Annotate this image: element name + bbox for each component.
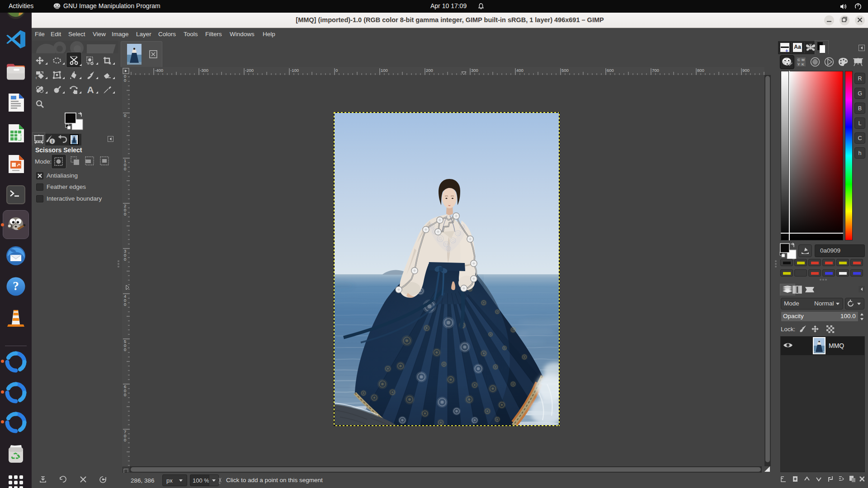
svg-text:400: 400 [516, 68, 524, 73]
svg-text:A: A [87, 84, 94, 95]
svg-text:0: 0 [124, 392, 126, 397]
svg-text:0: 0 [124, 211, 126, 216]
svg-text:?: ? [13, 279, 19, 293]
svg-text:200: 200 [426, 68, 433, 73]
svg-text:-300: -300 [200, 68, 208, 73]
svg-text:0: 0 [124, 166, 126, 171]
svg-text:-100: -100 [290, 68, 299, 73]
svg-text:0: 0 [335, 68, 338, 73]
svg-text:-400: -400 [155, 68, 163, 73]
svg-text:600: 600 [607, 68, 614, 73]
svg-text:700: 700 [652, 68, 659, 73]
svg-text:t: t [36, 76, 37, 80]
svg-text:100: 100 [381, 68, 388, 73]
svg-text:500: 500 [561, 68, 569, 73]
svg-text:i: i [52, 139, 53, 144]
svg-text:0: 0 [124, 347, 126, 352]
svg-text:0: 0 [124, 257, 126, 262]
svg-text:0: 0 [124, 302, 126, 307]
svg-text:900: 900 [742, 68, 750, 73]
svg-text:800: 800 [697, 68, 704, 73]
svg-text:300: 300 [471, 68, 478, 73]
svg-text:Y: Y [797, 62, 800, 66]
svg-text:M: M [802, 58, 805, 62]
svg-text:-200: -200 [245, 68, 254, 73]
svg-text:0: 0 [124, 437, 126, 442]
svg-text:0: 0 [124, 113, 126, 118]
svg-text:C: C [797, 58, 800, 62]
svg-text:0: 0 [124, 78, 126, 83]
svg-text:K: K [802, 62, 804, 66]
